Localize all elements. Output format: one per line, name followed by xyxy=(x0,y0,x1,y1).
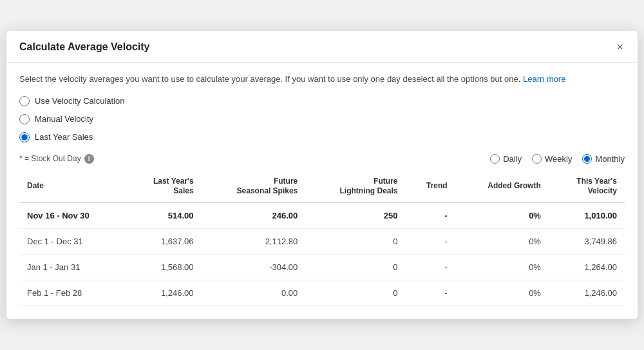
cell-future_lightning: 0 xyxy=(305,280,405,306)
radio-last-year-sales[interactable]: Last Year Sales xyxy=(19,132,625,142)
cell-future_seasonal: -304.00 xyxy=(202,254,306,280)
cell-this_year_velocity: 1,264.00 xyxy=(549,254,625,280)
radio-use-velocity-label: Use Velocity Calculation xyxy=(35,96,124,106)
col-header-date: Date xyxy=(19,171,126,202)
radio-manual-velocity-label: Manual Velocity xyxy=(35,114,93,124)
table-row: Nov 16 - Nov 30514.00246.00250-0%1,010.0… xyxy=(19,202,625,229)
table-row: Feb 1 - Feb 281,246.000.000-0%1,246.00 xyxy=(19,280,625,306)
info-icon[interactable]: i xyxy=(84,154,94,164)
period-options: Daily Weekly Monthly xyxy=(490,154,625,164)
description-text: Select the velocity averages you want to… xyxy=(19,73,625,86)
col-header-added-growth: Added Growth xyxy=(455,171,549,202)
cell-future_seasonal: 246.00 xyxy=(202,202,306,229)
cell-added_growth: 0% xyxy=(455,202,549,229)
period-monthly-input[interactable] xyxy=(582,154,592,164)
table-header-row: Date Last Year's Sales Future Seasonal S… xyxy=(19,171,625,202)
cell-this_year_velocity: 1,010.00 xyxy=(549,202,625,229)
cell-future_lightning: 0 xyxy=(305,254,405,280)
table-row: Dec 1 - Dec 311,637.062,112.800-0%3,749.… xyxy=(19,228,625,254)
cell-trend: - xyxy=(405,202,455,229)
stock-out-label: * = Stock Out Day i xyxy=(19,154,94,164)
period-weekly-input[interactable] xyxy=(532,154,542,164)
cell-last_year_sales: 1,568.00 xyxy=(126,254,202,280)
cell-added_growth: 0% xyxy=(455,254,549,280)
modal-body: Select the velocity averages you want to… xyxy=(6,63,638,319)
col-header-future-lightning: Future Lightning Deals xyxy=(305,171,405,202)
modal-container: Calculate Average Velocity × Select the … xyxy=(6,31,638,319)
radio-manual-velocity[interactable]: Manual Velocity xyxy=(19,114,625,124)
radio-last-year-sales-input[interactable] xyxy=(19,132,30,142)
cell-added_growth: 0% xyxy=(455,228,549,254)
cell-date: Jan 1 - Jan 31 xyxy=(19,254,126,280)
cell-last_year_sales: 1,637.06 xyxy=(126,228,202,254)
radio-group: Use Velocity Calculation Manual Velocity… xyxy=(19,96,625,142)
period-daily[interactable]: Daily xyxy=(490,154,522,164)
filter-row: * = Stock Out Day i Daily Weekly Monthly xyxy=(19,154,625,164)
radio-use-velocity[interactable]: Use Velocity Calculation xyxy=(19,96,625,106)
col-header-last-year-sales: Last Year's Sales xyxy=(126,171,202,202)
col-header-future-seasonal: Future Seasonal Spikes xyxy=(202,171,306,202)
col-header-this-year-velocity: This Year's Velocity xyxy=(549,171,625,202)
cell-added_growth: 0% xyxy=(455,280,549,306)
period-monthly[interactable]: Monthly xyxy=(582,154,625,164)
table-row: Jan 1 - Jan 311,568.00-304.000-0%1,264.0… xyxy=(19,254,625,280)
cell-date: Dec 1 - Dec 31 xyxy=(19,228,126,254)
cell-future_lightning: 0 xyxy=(305,228,405,254)
period-monthly-label: Monthly xyxy=(595,154,625,164)
cell-trend: - xyxy=(405,228,455,254)
cell-future_lightning: 250 xyxy=(305,202,405,229)
cell-date: Nov 16 - Nov 30 xyxy=(19,202,126,229)
period-daily-label: Daily xyxy=(503,154,522,164)
cell-future_seasonal: 2,112.80 xyxy=(202,228,306,254)
learn-more-link[interactable]: Learn more xyxy=(523,74,565,84)
radio-last-year-sales-label: Last Year Sales xyxy=(35,132,93,142)
cell-last_year_sales: 1,246.00 xyxy=(126,280,202,306)
close-button[interactable]: × xyxy=(615,41,625,53)
cell-this_year_velocity: 3,749.86 xyxy=(549,228,625,254)
modal-header: Calculate Average Velocity × xyxy=(6,31,638,63)
period-daily-input[interactable] xyxy=(490,154,500,164)
period-weekly[interactable]: Weekly xyxy=(532,154,572,164)
cell-trend: - xyxy=(405,254,455,280)
cell-this_year_velocity: 1,246.00 xyxy=(549,280,625,306)
radio-manual-velocity-input[interactable] xyxy=(19,114,30,124)
cell-trend: - xyxy=(405,280,455,306)
radio-use-velocity-input[interactable] xyxy=(19,96,30,106)
col-header-trend: Trend xyxy=(405,171,455,202)
cell-future_seasonal: 0.00 xyxy=(202,280,306,306)
modal-title: Calculate Average Velocity xyxy=(19,41,149,53)
period-weekly-label: Weekly xyxy=(545,154,572,164)
data-table: Date Last Year's Sales Future Seasonal S… xyxy=(19,171,625,306)
cell-last_year_sales: 514.00 xyxy=(126,202,202,229)
cell-date: Feb 1 - Feb 28 xyxy=(19,280,126,306)
